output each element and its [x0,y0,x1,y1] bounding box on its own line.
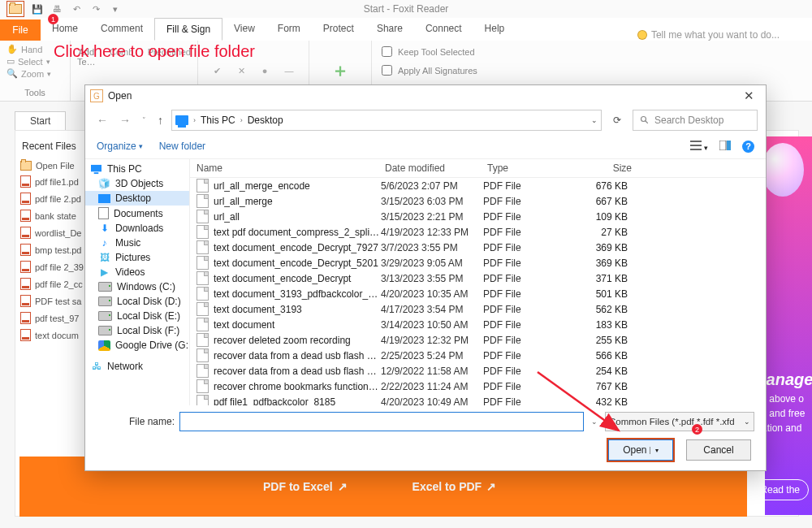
nav-fwd-icon[interactable]: → [116,112,134,128]
nav-up-icon[interactable]: ↑ [154,112,166,128]
tree-item--d-objects[interactable]: 🧊3D Objects [85,176,189,191]
file-icon [197,287,209,301]
tree-item-desktop[interactable]: Desktop [85,191,189,206]
pdf-icon [20,244,31,256]
file-row[interactable]: text pdf document_compress_2_split_pdf..… [190,224,766,240]
search-input[interactable]: Search Desktop [633,110,758,131]
ribbon-tab-fill-sign[interactable]: Fill & Sign [154,18,222,41]
tell-me-search[interactable]: Tell me what you want to do... [638,29,812,41]
nav-history-icon[interactable]: ˅ [139,115,149,126]
ribbon-tab-view[interactable]: View [222,18,266,39]
excel-to-pdf-link[interactable]: Excel to PDF ↗ [412,480,497,493]
zoom-tool[interactable]: 🔍 Zoom ▾ [6,68,63,79]
file-tab[interactable]: File [0,19,41,41]
file-icon [197,194,209,208]
file-row[interactable]: recover chrome bookmarks functional p...… [190,379,766,394]
file-row[interactable]: text document_encode_Decrypt_79273/7/202… [190,240,766,255]
file-row[interactable]: text document_31934/17/2023 3:54 PMPDF F… [190,301,766,317]
tree-item-windows-c-[interactable]: Windows (C:) [85,279,189,294]
file-icon [197,395,209,405]
ribbon-tab-form[interactable]: Form [266,18,312,39]
start-tab[interactable]: Start [15,111,66,130]
redo-icon[interactable]: ↷ [89,2,102,15]
tree-item-videos[interactable]: ▶Videos [85,265,189,279]
qat-more-icon[interactable]: ▾ [109,2,122,15]
recent-file-item[interactable]: pdf file 2_cc [15,275,89,292]
col-type[interactable]: Type [487,162,573,174]
promo-cta-button[interactable]: Read the [751,479,809,500]
recent-file-item[interactable]: pdf file 2_39 [15,258,89,275]
file-row[interactable]: text document_3193_pdfbackcolor_77284/20… [190,286,766,301]
crumb-desktop[interactable]: Desktop [248,115,283,126]
tree-item-documents[interactable]: Documents [85,206,189,221]
recent-file-item[interactable]: bank state [15,207,89,224]
pdf-icon [20,193,31,205]
file-row[interactable]: text document3/14/2023 10:50 AMPDF File1… [190,317,766,332]
tree-item-local-disk-d-[interactable]: Local Disk (D:) [85,294,189,309]
ribbon-tab-comment[interactable]: Comment [89,18,154,39]
ribbon-tab-help[interactable]: Help [473,18,516,39]
recent-file-item[interactable]: pdf file 2.pd [15,190,89,207]
file-icon [197,240,209,254]
close-icon[interactable]: ✕ [737,87,761,105]
crumb-dropdown-icon[interactable]: ⌄ [591,116,598,124]
search-icon [640,115,650,125]
tree-item-local-disk-e-[interactable]: Local Disk (E:) [85,309,189,323]
file-row[interactable]: recover data from a dead usb flash drive… [190,348,766,363]
keep-tool-checkbox[interactable]: Keep Tool Selected [378,44,477,59]
file-row[interactable]: url_all_merge3/15/2023 6:03 PMPDF File66… [190,193,766,209]
file-icon [197,379,209,393]
tree-item-pictures[interactable]: 🖼Pictures [85,250,189,265]
recent-file-item[interactable]: PDF test sa [15,292,89,309]
open-button[interactable]: Open ▾ [608,439,673,461]
open-file-link[interactable]: Open File [15,158,89,173]
file-row[interactable]: url_all_merge_encode5/6/2023 2:07 PMPDF … [190,178,766,193]
breadcrumb[interactable]: › This PC › Desktop ⌄ [171,110,602,131]
file-row[interactable]: text document_encode_Decrypt_52013/29/20… [190,255,766,270]
nav-back-icon[interactable]: ← [93,112,111,128]
tree-item-downloads[interactable]: ⬇Downloads [85,221,189,236]
col-name[interactable]: Name [190,162,385,174]
recent-file-item[interactable]: bmp test.pd [15,241,89,258]
preview-pane-icon[interactable] [719,141,731,153]
organize-button[interactable]: Organize ▾ [97,141,143,152]
ribbon-tab-share[interactable]: Share [365,18,414,39]
file-row[interactable]: recover data from a dead usb flash drive… [190,363,766,379]
gdrive-icon [98,340,110,351]
refresh-icon[interactable]: ⟳ [607,110,628,131]
open-file-qat-button[interactable] [6,1,24,17]
tree-item-network[interactable]: 🖧Network [85,359,189,374]
recent-file-item[interactable]: wordlist_De [15,224,89,241]
help-icon[interactable]: ? [742,141,754,153]
tree-item-music[interactable]: ♪Music [85,236,189,250]
add-signature-icon[interactable]: ＋ [331,58,349,83]
col-date[interactable]: Date modified [385,162,487,174]
crumb-this-pc[interactable]: This PC [201,115,235,126]
save-icon[interactable]: 💾 [31,2,44,15]
pdf-icon [20,295,31,307]
recent-file-item[interactable]: pdf file1.pd [15,173,89,190]
recent-file-item[interactable]: text docum [15,327,89,344]
cancel-button[interactable]: Cancel [686,439,751,461]
ribbon-tabs: File HomeCommentFill & SignViewFormProte… [0,18,812,41]
undo-icon[interactable]: ↶ [70,2,83,15]
tree-item-this-pc[interactable]: This PC [85,162,189,176]
file-row[interactable]: recover deleted zoom recording4/19/2023 … [190,332,766,348]
doc-icon [98,207,109,219]
file-row[interactable]: pdf file1_pdfbackcolor_81854/20/2023 10:… [190,394,766,405]
ribbon-tab-connect[interactable]: Connect [414,18,473,39]
col-size[interactable]: Size [573,162,640,174]
recent-file-item[interactable]: pdf test_97 [15,309,89,327]
ribbon-tab-protect[interactable]: Protect [312,18,365,39]
new-folder-button[interactable]: New folder [159,141,205,152]
pdf-to-excel-link[interactable]: PDF to Excel ↗ [263,480,348,493]
tree-item-google-drive-g-[interactable]: Google Drive (G: [85,338,189,353]
file-row[interactable]: url_all3/15/2023 2:21 PMPDF File109 KB [190,209,766,224]
apply-signatures-checkbox[interactable]: Apply All Signatures [378,63,477,78]
file-row[interactable]: text document_encode_Decrypt3/13/2023 3:… [190,270,766,286]
file-icon [197,302,209,316]
pdf-icon [20,329,31,341]
file-name-input[interactable] [179,412,584,431]
view-mode-icon[interactable]: ▾ [690,141,708,153]
tree-item-local-disk-f-[interactable]: Local Disk (F:) [85,323,189,338]
